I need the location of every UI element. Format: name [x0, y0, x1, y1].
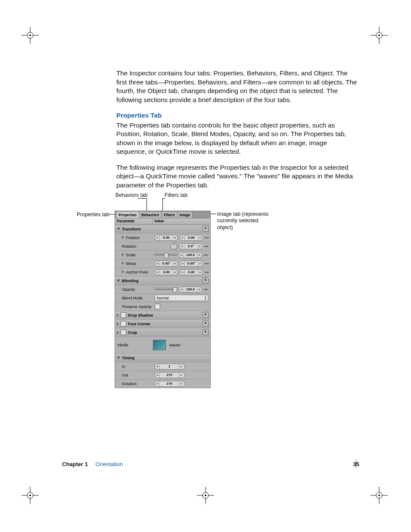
group-label: Four Corner	[128, 322, 150, 326]
row-position: Position ◂0.00▸ ◂0.00▸	[115, 233, 210, 242]
in-stepper[interactable]: ◂1▸	[155, 364, 185, 370]
crop-mark-icon	[371, 487, 388, 504]
svg-point-4	[27, 32, 33, 38]
reset-icon[interactable]: ×	[202, 329, 209, 335]
opacity-stepper[interactable]: ◂100.0▸	[179, 286, 202, 292]
media-thumbnail[interactable]	[153, 340, 166, 350]
row-preserve-opacity: Preserve Opacity	[115, 302, 210, 311]
tab-properties[interactable]: Properties	[116, 211, 139, 218]
param-label: Duration	[122, 382, 137, 386]
out-stepper[interactable]: ◂279▸	[155, 372, 185, 378]
group-drop-shadow[interactable]: Drop Shadow ×	[115, 311, 210, 320]
callout-behaviors: Behaviors tab	[115, 192, 148, 198]
callout-image: Image tab (represents currently selected…	[217, 211, 269, 231]
reset-icon[interactable]: ×	[202, 320, 209, 327]
group-timing[interactable]: Timing	[115, 354, 210, 362]
tab-image[interactable]: Image	[177, 211, 193, 218]
param-label: Shear	[126, 261, 136, 266]
properties-paragraph-2: The following image represents the Prope…	[116, 163, 358, 190]
header-value: Value	[153, 218, 165, 224]
param-label: In	[122, 364, 125, 369]
preserve-opacity-checkbox[interactable]	[155, 304, 160, 309]
keyframe-icon[interactable]	[205, 237, 209, 238]
shear-x-stepper[interactable]: ◂0.00°▸	[155, 261, 178, 267]
column-header: Parameter Value	[115, 218, 210, 225]
disclosure-right-icon[interactable]	[117, 331, 119, 334]
disclosure-right-icon[interactable]	[117, 322, 119, 326]
crop-checkbox[interactable]	[121, 330, 126, 335]
reset-icon[interactable]: ×	[202, 226, 209, 232]
keyframe-icon[interactable]	[204, 289, 208, 290]
keyframe-icon[interactable]	[205, 263, 209, 264]
svg-point-10	[376, 32, 382, 38]
param-label: Rotation	[122, 244, 137, 249]
group-blending[interactable]: Blending ×	[115, 277, 210, 285]
scale-stepper[interactable]: ◂100.0▸	[179, 252, 202, 258]
group-transform[interactable]: Transform ×	[115, 225, 210, 233]
row-rotation: Rotation ◂0.0°▸	[115, 242, 210, 251]
four-corner-checkbox[interactable]	[121, 321, 126, 327]
tab-behaviors[interactable]: Behaviors	[139, 211, 162, 218]
disclosure-down-icon[interactable]	[117, 357, 120, 359]
media-name: waves	[169, 343, 181, 347]
param-label: Anchor Point	[126, 270, 148, 274]
disclosure-right-icon[interactable]	[122, 236, 124, 239]
scale-slider[interactable]	[155, 253, 177, 257]
anchor-y-stepper[interactable]: ◂0.00▸	[180, 269, 203, 275]
page-number: 35	[353, 461, 359, 467]
svg-point-17	[29, 495, 31, 496]
row-blend-mode: Blend Mode Normal ▴▾	[115, 294, 210, 302]
param-label: Scale	[126, 253, 136, 257]
callout-properties: Properties tab	[77, 212, 109, 218]
disclosure-right-icon[interactable]	[122, 261, 124, 265]
tab-filters[interactable]: Filters	[161, 211, 177, 218]
disclosure-right-icon[interactable]	[122, 253, 124, 256]
anchor-x-stepper[interactable]: ◂0.00▸	[155, 269, 178, 275]
svg-point-5	[29, 34, 31, 36]
param-label: Media	[118, 343, 128, 347]
position-x-stepper[interactable]: ◂0.00▸	[155, 235, 178, 241]
param-label: Opacity	[122, 287, 135, 292]
svg-point-28	[376, 492, 382, 498]
row-media: Media waves	[115, 337, 210, 354]
param-label: Blend Mode	[122, 296, 143, 300]
tab-bar: Properties Behaviors Filters Image	[115, 211, 210, 218]
group-crop[interactable]: Crop ×	[115, 328, 210, 337]
reset-icon[interactable]: ×	[202, 277, 209, 283]
svg-point-22	[202, 492, 209, 498]
opacity-slider[interactable]	[155, 287, 177, 292]
crop-mark-icon	[22, 27, 39, 44]
drop-shadow-checkbox[interactable]	[121, 312, 126, 318]
keyframe-icon[interactable]	[204, 246, 209, 247]
disclosure-down-icon[interactable]	[117, 228, 120, 230]
rotation-stepper[interactable]: ◂0.0°▸	[179, 243, 202, 249]
row-duration: Duration ◂279▸	[115, 380, 210, 388]
disclosure-right-icon[interactable]	[117, 314, 119, 317]
row-anchor: Anchor Point ◂0.00▸ ◂0.00▸	[115, 268, 210, 277]
svg-point-23	[205, 495, 206, 496]
crop-mark-icon	[371, 27, 388, 44]
chapter-number: Chapter 1	[62, 461, 88, 467]
shear-y-stepper[interactable]: ◂0.00°▸	[180, 261, 203, 267]
reset-icon[interactable]: ×	[202, 312, 209, 318]
keyframe-icon[interactable]	[204, 255, 208, 255]
properties-paragraph-1: The Properties tab contains controls for…	[116, 121, 358, 156]
param-label: Preserve Opacity	[122, 305, 152, 309]
row-scale: Scale ◂100.0▸	[115, 251, 210, 259]
dropdown-arrows-icon: ▴▾	[205, 296, 206, 301]
group-label: Timing	[122, 356, 134, 360]
group-label: Crop	[128, 330, 137, 335]
header-parameter: Parameter	[115, 218, 153, 224]
duration-stepper[interactable]: ◂279▸	[155, 381, 185, 387]
svg-point-29	[378, 495, 380, 496]
disclosure-right-icon[interactable]	[122, 270, 124, 274]
disclosure-down-icon[interactable]	[117, 280, 120, 282]
position-y-stepper[interactable]: ◂0.00▸	[180, 235, 203, 241]
blend-mode-dropdown[interactable]: Normal ▴▾	[155, 295, 209, 301]
intro-paragraph: The Inspector contains four tabs: Proper…	[116, 69, 358, 104]
group-four-corner[interactable]: Four Corner ×	[115, 320, 210, 328]
row-opacity: Opacity ◂100.0▸	[115, 285, 210, 294]
keyframe-icon[interactable]	[205, 272, 209, 273]
rotation-dial[interactable]	[171, 243, 177, 250]
row-shear: Shear ◂0.00°▸ ◂0.00°▸	[115, 259, 210, 268]
